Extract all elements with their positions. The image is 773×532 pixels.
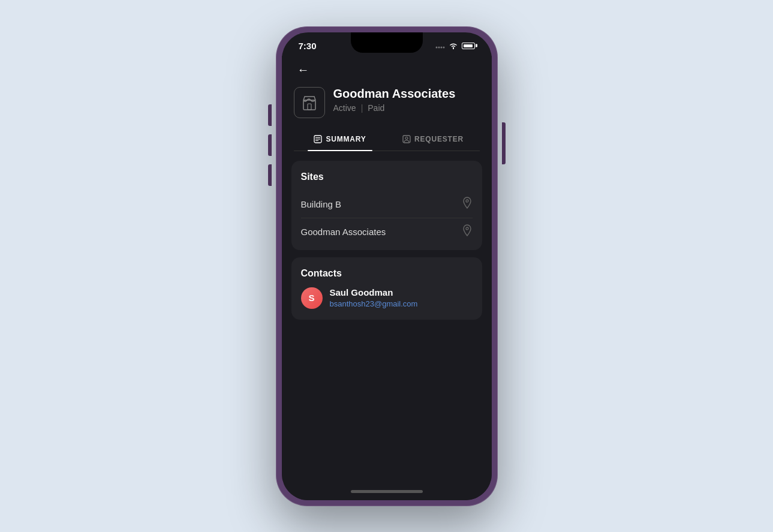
status-time: 7:30: [299, 41, 317, 51]
contact-email-1[interactable]: bsanthosh23@gmail.com: [330, 299, 418, 308]
contact-info-1: Saul Goodman bsanthosh23@gmail.com: [330, 287, 418, 308]
tab-summary[interactable]: SUMMARY: [294, 128, 387, 151]
tab-requester-label: REQUESTER: [414, 135, 464, 143]
back-arrow-icon: ←: [297, 63, 309, 77]
contacts-title: Contacts: [301, 268, 473, 279]
business-icon-wrap: [294, 87, 325, 118]
sites-title: Sites: [301, 172, 473, 182]
store-icon: [301, 94, 318, 111]
svg-point-12: [466, 200, 468, 202]
location-icon-2[interactable]: [462, 224, 473, 239]
status-active: Active: [333, 103, 356, 113]
contact-name-1: Saul Goodman: [330, 287, 418, 297]
site-row-2[interactable]: Goodman Associates: [301, 218, 473, 239]
sites-card: Sites Building B Goodman Associates: [291, 161, 482, 250]
site-name-1: Building B: [301, 199, 342, 209]
business-info: Goodman Associates Active | Paid: [333, 87, 480, 113]
back-button[interactable]: ←: [294, 61, 313, 80]
tab-requester[interactable]: REQUESTER: [387, 128, 480, 151]
contact-row-1[interactable]: S Saul Goodman bsanthosh23@gmail.com: [301, 287, 473, 309]
site-name-2: Goodman Associates: [301, 227, 386, 237]
tab-summary-label: SUMMARY: [326, 135, 366, 143]
svg-point-1: [438, 47, 440, 49]
contact-avatar-1: S: [301, 287, 323, 309]
contacts-card: Contacts S Saul Goodman bsanthosh23@gmai…: [291, 257, 482, 320]
business-meta: Active | Paid: [333, 103, 480, 113]
svg-point-0: [435, 47, 437, 49]
header-area: ← Goodman Associates Ac: [282, 56, 492, 151]
svg-point-3: [443, 47, 444, 49]
svg-rect-5: [308, 104, 311, 110]
meta-divider: |: [361, 103, 363, 113]
status-paid: Paid: [368, 103, 384, 113]
site-row-1[interactable]: Building B: [301, 191, 473, 218]
svg-point-11: [405, 137, 408, 139]
signal-icon: [435, 43, 445, 49]
battery-icon: [462, 43, 475, 49]
svg-point-13: [466, 227, 468, 230]
requester-tab-icon: [402, 135, 411, 143]
screen-content: ← Goodman Associates Ac: [282, 56, 492, 500]
home-indicator: [282, 483, 492, 500]
home-bar: [351, 490, 423, 493]
phone-frame: 7:30: [276, 26, 498, 506]
status-icons: [435, 42, 475, 49]
location-icon-1[interactable]: [462, 197, 473, 212]
notch: [351, 32, 423, 53]
tabs-bar: SUMMARY REQUESTER: [294, 128, 480, 151]
scrollable-content: Sites Building B Goodman Associates: [282, 151, 492, 483]
business-header: Goodman Associates Active | Paid: [294, 87, 480, 118]
wifi-icon: [449, 42, 458, 49]
svg-point-2: [440, 47, 442, 49]
business-name: Goodman Associates: [333, 87, 480, 101]
summary-tab-icon: [314, 135, 322, 143]
phone-screen: 7:30: [282, 32, 492, 500]
